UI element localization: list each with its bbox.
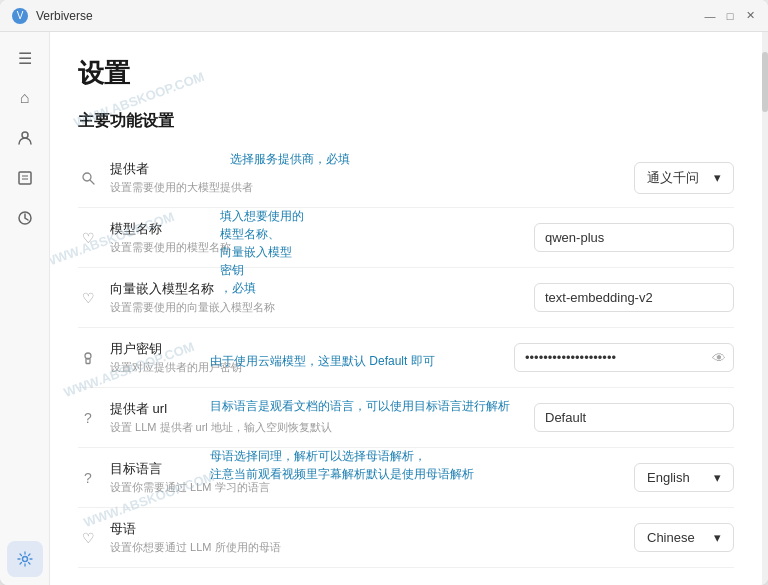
target-lang-dropdown[interactable]: English ▾ bbox=[634, 463, 734, 492]
minimize-button[interactable]: — bbox=[704, 10, 716, 22]
embedding-control bbox=[534, 283, 734, 312]
url-icon: ? bbox=[78, 408, 98, 428]
title-bar-controls: — □ ✕ bbox=[704, 10, 756, 22]
url-control bbox=[534, 403, 734, 432]
embedding-label: 向量嵌入模型名称 bbox=[110, 280, 522, 298]
native-lang-info: 母语 设置你想要通过 LLM 所使用的母语 bbox=[110, 520, 622, 555]
provider-icon bbox=[78, 168, 98, 188]
target-lang-control: English ▾ bbox=[634, 463, 734, 492]
url-desc: 设置 LLM 提供者 url 地址，输入空则恢复默认 bbox=[110, 420, 522, 435]
sidebar-item-user[interactable] bbox=[7, 120, 43, 156]
svg-line-7 bbox=[91, 180, 95, 184]
model-input[interactable] bbox=[534, 223, 734, 252]
sidebar-item-history[interactable] bbox=[7, 200, 43, 236]
url-label: 提供者 url bbox=[110, 400, 522, 418]
provider-control: 通义千问 ▾ bbox=[634, 162, 734, 194]
embedding-icon: ♡ bbox=[78, 288, 98, 308]
app-window: V Verbiverse — □ ✕ ☰ ⌂ bbox=[0, 0, 768, 585]
title-bar: V Verbiverse — □ ✕ bbox=[0, 0, 768, 32]
svg-point-6 bbox=[83, 173, 91, 181]
model-label: 模型名称 bbox=[110, 220, 522, 238]
apikey-label: 用户密钥 bbox=[110, 340, 502, 358]
embedding-info: 向量嵌入模型名称 设置需要使用的向量嵌入模型名称 bbox=[110, 280, 522, 315]
target-lang-desc: 设置你需要通过 LLM 学习的语言 bbox=[110, 480, 622, 495]
target-lang-value: English bbox=[647, 470, 690, 485]
setting-row-native-lang: ♡ 母语 设置你想要通过 LLM 所使用的母语 Chinese ▾ bbox=[78, 508, 734, 568]
sidebar-item-settings[interactable] bbox=[7, 541, 43, 577]
setting-row-target-lang: ? 目标语言 设置你需要通过 LLM 学习的语言 English ▾ bbox=[78, 448, 734, 508]
target-lang-icon: ? bbox=[78, 468, 98, 488]
provider-dropdown[interactable]: 通义千问 ▾ bbox=[634, 162, 734, 194]
embedding-desc: 设置需要使用的向量嵌入模型名称 bbox=[110, 300, 522, 315]
scrollbar-thumb[interactable] bbox=[762, 52, 768, 112]
apikey-info: 用户密钥 设置对应提供者的用户密钥 bbox=[110, 340, 502, 375]
svg-point-0 bbox=[22, 132, 28, 138]
title-bar-left: V Verbiverse bbox=[12, 8, 93, 24]
maximize-button[interactable]: □ bbox=[724, 10, 736, 22]
apikey-icon bbox=[78, 348, 98, 368]
target-lang-info: 目标语言 设置你需要通过 LLM 学习的语言 bbox=[110, 460, 622, 495]
model-info: 模型名称 设置需要使用的模型名称 bbox=[110, 220, 522, 255]
model-control bbox=[534, 223, 734, 252]
provider-value: 通义千问 bbox=[647, 169, 699, 187]
svg-point-5 bbox=[22, 557, 27, 562]
section-main-title: 主要功能设置 bbox=[78, 111, 734, 132]
provider-info: 提供者 设置需要使用的大模型提供者 bbox=[110, 160, 622, 195]
apikey-desc: 设置对应提供者的用户密钥 bbox=[110, 360, 502, 375]
eye-icon[interactable]: 👁 bbox=[712, 350, 726, 366]
url-input[interactable] bbox=[534, 403, 734, 432]
embedding-input[interactable] bbox=[534, 283, 734, 312]
chevron-down-icon: ▾ bbox=[714, 470, 721, 485]
app-title: Verbiverse bbox=[36, 9, 93, 23]
setting-row-model: ♡ 模型名称 设置需要使用的模型名称 bbox=[78, 208, 734, 268]
sidebar: ☰ ⌂ bbox=[0, 32, 50, 585]
page-title: 设置 bbox=[78, 56, 734, 91]
sidebar-item-book[interactable] bbox=[7, 160, 43, 196]
apikey-input[interactable] bbox=[514, 343, 734, 372]
apikey-control: 👁 bbox=[514, 343, 734, 372]
app-icon: V bbox=[12, 8, 28, 24]
sidebar-item-menu[interactable]: ☰ bbox=[7, 40, 43, 76]
provider-desc: 设置需要使用的大模型提供者 bbox=[110, 180, 622, 195]
native-lang-value: Chinese bbox=[647, 530, 695, 545]
model-icon: ♡ bbox=[78, 228, 98, 248]
model-desc: 设置需要使用的模型名称 bbox=[110, 240, 522, 255]
main-layout: ☰ ⌂ bbox=[0, 32, 768, 585]
setting-row-apikey: 用户密钥 设置对应提供者的用户密钥 👁 bbox=[78, 328, 734, 388]
scrollbar[interactable] bbox=[762, 32, 768, 585]
password-wrapper: 👁 bbox=[514, 343, 734, 372]
close-button[interactable]: ✕ bbox=[744, 10, 756, 22]
setting-row-provider: 提供者 设置需要使用的大模型提供者 通义千问 ▾ bbox=[78, 148, 734, 208]
native-lang-icon: ♡ bbox=[78, 528, 98, 548]
target-lang-label: 目标语言 bbox=[110, 460, 622, 478]
native-lang-dropdown[interactable]: Chinese ▾ bbox=[634, 523, 734, 552]
chevron-down-icon: ▾ bbox=[714, 170, 721, 185]
svg-rect-1 bbox=[19, 172, 31, 184]
sidebar-item-home[interactable]: ⌂ bbox=[7, 80, 43, 116]
native-lang-control: Chinese ▾ bbox=[634, 523, 734, 552]
native-lang-label: 母语 bbox=[110, 520, 622, 538]
url-info: 提供者 url 设置 LLM 提供者 url 地址，输入空则恢复默认 bbox=[110, 400, 522, 435]
native-lang-desc: 设置你想要通过 LLM 所使用的母语 bbox=[110, 540, 622, 555]
chevron-down-icon: ▾ bbox=[714, 530, 721, 545]
content-area: 设置 主要功能设置 提供者 设置需要使用的大模型提供者 通义千问 bbox=[50, 32, 762, 585]
provider-label: 提供者 bbox=[110, 160, 622, 178]
setting-row-embedding: ♡ 向量嵌入模型名称 设置需要使用的向量嵌入模型名称 bbox=[78, 268, 734, 328]
setting-row-url: ? 提供者 url 设置 LLM 提供者 url 地址，输入空则恢复默认 bbox=[78, 388, 734, 448]
